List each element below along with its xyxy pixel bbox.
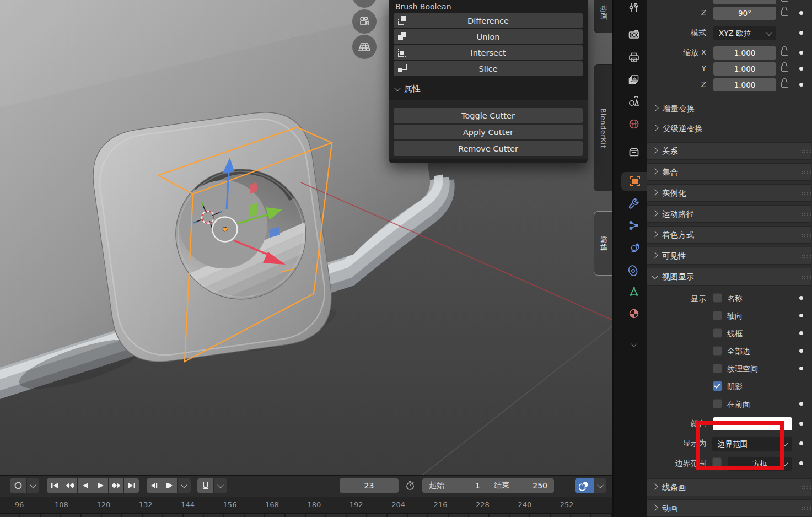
animate-dot[interactable]	[799, 51, 803, 55]
in-front-checkbox[interactable]	[713, 399, 722, 408]
name-checkbox[interactable]	[713, 293, 722, 303]
play-button[interactable]	[93, 478, 108, 493]
previous-keyframe-button[interactable]	[62, 478, 77, 493]
lock-icon[interactable]	[781, 82, 788, 88]
timeline-ruler[interactable]: 9610812013214415616818019220421622824025…	[0, 497, 612, 513]
tab-constraints[interactable]	[619, 260, 649, 279]
collections-section[interactable]: 集合	[647, 163, 811, 181]
attributes-section-header[interactable]: 属性	[389, 77, 588, 100]
jump-to-start-button[interactable]	[47, 478, 62, 493]
npanel-tab-animation[interactable]: 动画	[594, 0, 612, 33]
visibility-section[interactable]: 可见性	[647, 247, 811, 265]
tab-world[interactable]	[619, 115, 649, 133]
drag-grip-icon[interactable]	[802, 276, 803, 277]
npanel-tab-blenderkit[interactable]: BlenderKit	[594, 64, 612, 191]
apply-cutter-button[interactable]: Apply Cutter	[394, 125, 583, 139]
difference-button[interactable]: Difference	[394, 13, 583, 28]
tab-object-properties[interactable]	[621, 172, 649, 191]
viewport-display-section[interactable]: 视图显示	[647, 268, 811, 286]
viewport-grid-toggle-button[interactable]	[352, 35, 377, 59]
tab-material[interactable]	[619, 304, 649, 323]
all-edges-checkbox[interactable]	[713, 346, 722, 356]
animate-dot[interactable]	[799, 461, 803, 465]
npanel-tab-edit[interactable]: 编辑	[594, 211, 612, 276]
rotation-z-field[interactable]: 90°	[713, 7, 776, 20]
parent-inverse-section[interactable]: 父级逆变换	[653, 123, 703, 134]
scale-z-field[interactable]: 1.000	[713, 78, 776, 91]
tab-scene[interactable]	[619, 92, 649, 111]
playback-sync-button[interactable]	[575, 478, 594, 493]
shadow-checkbox[interactable]	[713, 381, 722, 391]
drag-grip-icon[interactable]	[802, 213, 803, 214]
frame-start-field[interactable]: 起始1	[422, 478, 487, 493]
snapping-toggle[interactable]	[197, 478, 213, 493]
slice-button[interactable]: Slice	[394, 61, 583, 76]
play-reverse-button[interactable]	[78, 478, 93, 493]
animate-dot[interactable]	[799, 314, 803, 317]
line-art-section[interactable]: 线条画	[647, 478, 811, 496]
delta-transform-section[interactable]: 增量变换	[653, 104, 695, 114]
lock-icon[interactable]	[781, 50, 788, 56]
tab-particles[interactable]	[619, 216, 649, 235]
rotation-mode-dropdown[interactable]: XYZ 欧拉	[713, 26, 776, 40]
sync-dropdown[interactable]	[594, 478, 606, 493]
auto-keying-dropdown[interactable]	[27, 478, 39, 493]
scale-x-field[interactable]: 1.000	[713, 46, 776, 60]
drag-grip-icon[interactable]	[802, 150, 803, 151]
animate-dot[interactable]	[799, 349, 803, 353]
remove-cutter-button[interactable]: Remove Cutter	[394, 141, 583, 156]
drag-grip-icon[interactable]	[802, 507, 803, 508]
snapping-dropdown[interactable]	[214, 478, 227, 493]
tab-modifiers[interactable]	[619, 194, 649, 213]
tab-output[interactable]	[619, 48, 649, 67]
animate-dot[interactable]	[799, 11, 803, 15]
lock-icon[interactable]	[781, 66, 788, 72]
animate-dot[interactable]	[799, 331, 803, 335]
auto-keying-toggle[interactable]	[10, 478, 26, 493]
tab-view-layer[interactable]	[619, 70, 649, 89]
relations-section[interactable]: 关系	[647, 142, 811, 160]
animate-dot[interactable]	[799, 67, 803, 71]
next-keyframe-button[interactable]	[109, 478, 123, 493]
viewport-camera-view-button[interactable]	[352, 9, 377, 34]
animate-dot[interactable]	[799, 296, 803, 300]
animate-dot[interactable]	[799, 402, 803, 406]
tab-collection[interactable]	[619, 143, 649, 161]
tab-object-data[interactable]	[619, 282, 649, 301]
playback-popover-button[interactable]	[178, 478, 191, 493]
drag-grip-icon[interactable]	[802, 171, 803, 172]
drag-grip-icon[interactable]	[802, 192, 803, 193]
animate-dot[interactable]	[799, 367, 803, 370]
jump-to-end-button[interactable]	[124, 478, 139, 493]
selected-object[interactable]	[87, 105, 346, 368]
scale-y-field[interactable]: 1.000	[713, 62, 776, 76]
frame-end-field[interactable]: 结束250	[487, 478, 554, 493]
timeline-scrollbar[interactable]	[0, 513, 612, 517]
texture-space-checkbox[interactable]	[713, 364, 722, 373]
drag-grip-icon[interactable]	[802, 255, 803, 256]
union-button[interactable]: Union	[394, 29, 583, 44]
axis-checkbox[interactable]	[713, 311, 722, 320]
animate-dot[interactable]	[799, 441, 803, 445]
animate-dot[interactable]	[799, 83, 803, 87]
instancing-section[interactable]: 实例化	[647, 184, 811, 202]
lock-icon[interactable]	[781, 10, 788, 16]
motion-paths-section[interactable]: 运动路径	[647, 205, 811, 223]
use-preview-range-button[interactable]	[402, 478, 418, 493]
tab-render[interactable]	[619, 25, 649, 44]
tab-tool[interactable]	[619, 0, 649, 17]
shading-section[interactable]: 着色方式	[647, 226, 811, 244]
current-frame-field[interactable]: 23	[340, 478, 399, 493]
toggle-cutter-button[interactable]: Toggle Cutter	[394, 108, 583, 123]
lock-icon[interactable]	[781, 0, 788, 2]
animate-dot[interactable]	[799, 422, 803, 426]
animation-section[interactable]: 动画	[647, 499, 811, 517]
animate-dot[interactable]	[799, 31, 803, 35]
tab-physics[interactable]	[619, 238, 649, 257]
rotation-y-field-partial[interactable]	[713, 0, 776, 4]
wireframe-checkbox[interactable]	[713, 328, 722, 338]
previous-frame-button[interactable]	[147, 478, 162, 493]
next-frame-button[interactable]	[162, 478, 177, 493]
more-tabs-chevron[interactable]	[619, 335, 649, 354]
intersect-button[interactable]: Intersect	[394, 45, 583, 60]
